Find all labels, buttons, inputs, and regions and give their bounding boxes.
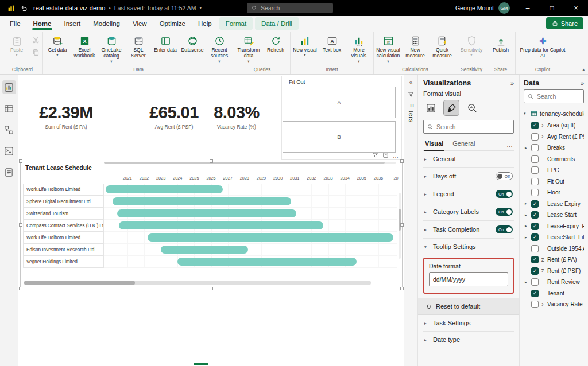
toggle-category-labels[interactable]: On	[496, 208, 513, 216]
expand-chevron-icon[interactable]: ▸	[525, 146, 529, 150]
titlebar-search[interactable]: Search	[247, 3, 333, 13]
enter-data-button[interactable]: Enter data	[152, 33, 179, 54]
quick-measure-button[interactable]: Quick measure	[429, 33, 455, 61]
avatar[interactable]: GM	[498, 2, 510, 14]
minimize-button[interactable]: –	[516, 0, 540, 16]
get-data-button[interactable]: Get data▾	[44, 33, 71, 59]
lease-bar[interactable]	[177, 258, 357, 266]
user-name[interactable]: George Mount	[455, 5, 494, 11]
gantt-horizontal-scrollbar[interactable]	[24, 281, 371, 285]
field-comments[interactable]: Comments	[524, 154, 584, 165]
new-measure-button[interactable]: New measure	[402, 33, 428, 61]
field-leasestart-filled[interactable]: ▸✓LeaseStart_Filled	[524, 232, 584, 243]
field-area-sq-ft[interactable]: ✓ΣArea (sq ft)	[524, 120, 584, 131]
fit-out-bar-a[interactable]: A	[283, 87, 396, 118]
filter-funnel-icon[interactable]	[372, 152, 378, 159]
more-visuals-button[interactable]: More visuals▾	[346, 33, 372, 65]
expand-chevron-icon[interactable]: ▸	[525, 235, 529, 240]
field-checkbox[interactable]	[531, 133, 539, 141]
format-visual-icon[interactable]	[444, 100, 459, 115]
ribbon-tab-home[interactable]: Home	[27, 17, 58, 30]
field-checkbox[interactable]	[531, 178, 539, 185]
field-fit-out[interactable]: Fit Out	[524, 176, 584, 188]
recent-sources-button[interactable]: Recent sources▾	[206, 33, 233, 65]
resize-handle[interactable]	[19, 159, 22, 163]
reset-to-default-button[interactable]: Reset to default	[418, 298, 519, 315]
field-checkbox[interactable]	[531, 245, 539, 252]
data-pane-search[interactable]	[524, 89, 584, 103]
more-options-icon[interactable]: …	[393, 153, 399, 159]
ribbon-tab-file[interactable]: File	[3, 17, 27, 30]
field-breaks[interactable]: ▸Breaks	[524, 142, 584, 154]
data-search-input[interactable]	[537, 93, 580, 100]
report-canvas[interactable]: £2.39MSum of Rent (£ PA)£65.01Avg Rent (…	[18, 75, 404, 366]
field-checkbox[interactable]: ✓	[531, 200, 539, 208]
new-visual-button[interactable]: New visual▾	[292, 33, 318, 59]
field-checkbox[interactable]: ✓	[531, 267, 539, 275]
field-leaseexpiry-fill[interactable]: ▸✓LeaseExpiry_Fill...	[524, 221, 584, 232]
copy-button[interactable]	[32, 49, 40, 57]
field-checkbox[interactable]	[531, 144, 539, 151]
lease-bar[interactable]	[106, 185, 223, 193]
publish-button[interactable]: Publish	[488, 33, 514, 54]
field-checkbox[interactable]	[531, 166, 539, 174]
refresh-button[interactable]: Refresh	[262, 33, 289, 54]
date-format-input[interactable]	[429, 272, 508, 286]
field-checkbox[interactable]: ✓	[531, 122, 539, 129]
format-section-task-completion[interactable]: ▸Task CompletionOn	[423, 221, 514, 239]
ribbon-collapse-icon[interactable]: ▴	[582, 67, 585, 72]
focus-mode-icon[interactable]	[382, 152, 389, 159]
gantt-visual[interactable]: Tenant Lease Schedule 202120222023202420…	[20, 161, 403, 289]
transform-data-button[interactable]: Transform data▾	[235, 33, 262, 65]
kpi-card-sum-of-rent-pa[interactable]: £2.39MSum of Rent (£ PA)	[23, 103, 109, 130]
toggle-legend[interactable]: On	[496, 190, 513, 198]
gantt-top-scrollbar[interactable]	[104, 162, 396, 164]
cut-button[interactable]	[32, 36, 40, 45]
ribbon-tab-insert[interactable]: Insert	[57, 17, 87, 30]
lease-bar[interactable]	[161, 246, 248, 254]
resize-handle[interactable]	[19, 287, 22, 290]
share-button[interactable]: Share	[546, 17, 583, 29]
field-checkbox[interactable]: ✓	[531, 211, 539, 219]
fit-out-visual[interactable]: Fit Out AB …	[281, 76, 402, 160]
format-section-category-labels[interactable]: ▸Category LabelsOn	[423, 203, 514, 221]
resize-handle[interactable]	[400, 223, 404, 227]
ribbon-tab-optimize[interactable]: Optimize	[153, 17, 192, 30]
filters-pane-collapsed[interactable]: « Filters	[404, 75, 418, 366]
sidebar-table-view[interactable]	[2, 102, 16, 115]
kpi-card-vacancy-rate[interactable]: 8.03%Vacancy Rate (%)	[196, 103, 277, 130]
format-section-days-off[interactable]: ▸Days offOff	[423, 168, 514, 185]
field-epc[interactable]: EPC	[524, 165, 584, 176]
field-checkbox[interactable]	[531, 155, 539, 163]
paste-button[interactable]: Paste▾	[3, 33, 30, 59]
sidebar-tmdl-view[interactable]	[2, 165, 16, 179]
prep-data-for-copilot-ai-button[interactable]: Prep data for Copilot AI	[517, 33, 568, 61]
field-rent-pa[interactable]: ✓ΣRent (£ PA)	[524, 254, 584, 266]
format-section-tooltip-settings[interactable]: ▾Tooltip Settings	[423, 239, 514, 255]
expand-pane-icon[interactable]: «	[409, 79, 413, 85]
viz-tab-visual[interactable]: Visual	[424, 138, 444, 150]
fit-out-bar-b[interactable]: B	[283, 121, 396, 153]
ribbon-tab-view[interactable]: View	[126, 17, 153, 30]
resize-handle[interactable]	[210, 287, 213, 290]
resize-handle[interactable]	[210, 159, 213, 163]
lease-bar[interactable]	[119, 221, 323, 229]
lease-bar[interactable]	[117, 209, 296, 217]
field-checkbox[interactable]	[531, 301, 539, 308]
canvas-scrollbar-thumb[interactable]	[194, 363, 208, 365]
toggle-days-off[interactable]: Off	[496, 172, 513, 180]
text-box-button[interactable]: AText box	[319, 33, 345, 54]
field-avg-rent-psf[interactable]: ΣAvg Rent (£ PSF)	[524, 131, 584, 143]
field-checkbox[interactable]: ✓	[531, 233, 539, 241]
new-visual-calculation-button[interactable]: fxNew visual calculation▾	[375, 33, 401, 65]
maximize-button[interactable]: □	[540, 0, 564, 16]
lease-bar[interactable]	[148, 233, 393, 242]
resize-handle[interactable]	[19, 223, 22, 227]
field-rent-psf[interactable]: ✓ΣRent (£ PSF)	[524, 266, 584, 277]
field-lease-expiry[interactable]: ▸✓Lease Expiry	[524, 198, 584, 210]
format-section-general[interactable]: ▸General	[423, 151, 514, 168]
close-button[interactable]: ×	[564, 0, 588, 16]
chevron-down-icon[interactable]: ▾	[524, 111, 528, 116]
ribbon-tab-help[interactable]: Help	[192, 17, 218, 30]
field-floor[interactable]: Floor	[524, 187, 584, 198]
